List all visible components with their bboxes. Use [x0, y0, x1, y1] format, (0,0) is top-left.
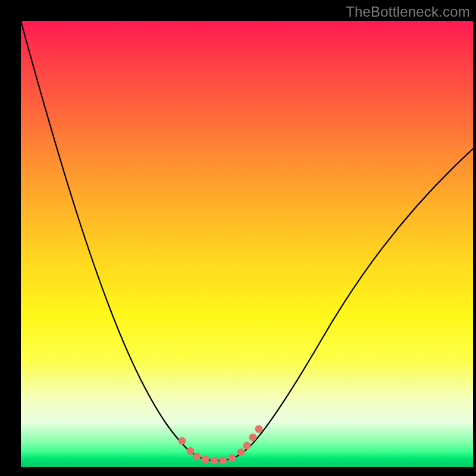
markers-layer: [178, 425, 263, 465]
data-marker: [193, 453, 201, 461]
watermark-text: TheBottleneck.com: [346, 4, 470, 20]
data-marker: [178, 437, 186, 445]
data-marker: [202, 456, 209, 464]
chart-svg: [21, 21, 473, 467]
plot-area: [21, 21, 473, 467]
curve-path: [21, 21, 473, 461]
data-marker: [187, 447, 195, 455]
data-marker: [237, 449, 245, 456]
data-marker: [249, 434, 257, 441]
data-marker: [243, 442, 251, 450]
data-marker: [211, 457, 218, 465]
data-marker: [220, 457, 227, 465]
chart-frame: TheBottleneck.com: [0, 0, 476, 476]
data-marker: [255, 425, 263, 433]
data-marker: [228, 455, 236, 462]
curve-layer: [21, 21, 473, 461]
